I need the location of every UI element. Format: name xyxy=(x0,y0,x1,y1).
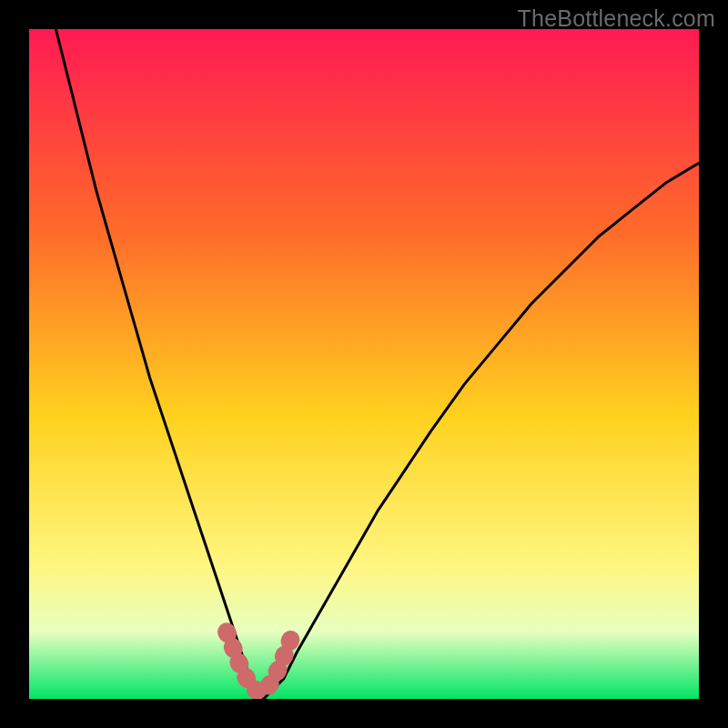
watermark-text: TheBottleneck.com xyxy=(518,5,715,32)
outer-frame: TheBottleneck.com xyxy=(0,0,728,728)
plot-area xyxy=(29,29,699,699)
gradient-background xyxy=(29,29,699,699)
bottleneck-chart xyxy=(29,29,699,699)
